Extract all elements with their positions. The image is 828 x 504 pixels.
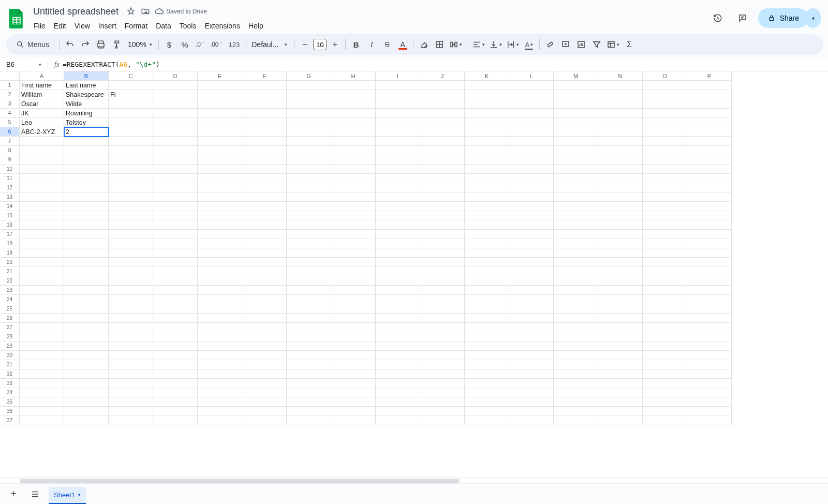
cell[interactable] — [687, 118, 732, 127]
cell[interactable] — [198, 155, 242, 165]
cell[interactable] — [109, 276, 153, 286]
cell[interactable] — [20, 379, 64, 388]
cell[interactable] — [420, 323, 465, 332]
menu-view[interactable]: View — [71, 20, 94, 32]
cell[interactable] — [376, 407, 420, 416]
zoom-dropdown[interactable]: 100%▾ — [125, 37, 155, 52]
menu-file[interactable]: File — [30, 20, 49, 32]
cell[interactable] — [242, 174, 287, 183]
menu-extensions[interactable]: Extensions — [201, 20, 243, 32]
cell[interactable] — [64, 230, 109, 239]
cell[interactable]: Oscar — [20, 99, 64, 109]
cell[interactable] — [198, 118, 242, 127]
row-header[interactable]: 8 — [0, 146, 20, 155]
cell[interactable] — [687, 397, 732, 407]
cell[interactable] — [109, 360, 153, 369]
row-header[interactable]: 9 — [0, 155, 20, 165]
cell[interactable] — [598, 137, 643, 146]
cell[interactable] — [687, 416, 732, 425]
text-wrap-icon[interactable]: ▾ — [505, 37, 521, 52]
cell[interactable] — [64, 258, 109, 267]
cell[interactable] — [554, 239, 598, 248]
cell[interactable]: ABC-2-XYZ — [20, 127, 64, 137]
cell[interactable] — [420, 81, 465, 90]
cell[interactable] — [198, 90, 242, 99]
cell[interactable] — [509, 90, 554, 99]
cell[interactable] — [376, 314, 420, 323]
cell[interactable] — [643, 258, 687, 267]
cell[interactable] — [331, 388, 376, 397]
cell[interactable] — [598, 258, 643, 267]
star-icon[interactable] — [126, 6, 136, 17]
cell[interactable] — [287, 174, 331, 183]
cell[interactable] — [554, 379, 598, 388]
cell[interactable] — [242, 90, 287, 99]
column-header[interactable]: I — [376, 71, 420, 81]
cell[interactable] — [509, 295, 554, 304]
doc-title[interactable]: Untitled spreadsheet — [30, 5, 122, 18]
cell[interactable] — [465, 276, 509, 286]
cell[interactable] — [420, 342, 465, 351]
cell[interactable] — [64, 183, 109, 192]
cell[interactable] — [420, 258, 465, 267]
cell[interactable] — [242, 351, 287, 360]
cell[interactable] — [420, 165, 465, 174]
cell[interactable] — [554, 416, 598, 425]
cell[interactable] — [509, 239, 554, 248]
cell[interactable] — [242, 304, 287, 314]
cell[interactable] — [64, 220, 109, 230]
cell[interactable] — [64, 202, 109, 211]
cell[interactable] — [554, 109, 598, 118]
cell[interactable] — [465, 407, 509, 416]
cell[interactable] — [20, 407, 64, 416]
cell[interactable] — [20, 211, 64, 220]
cell[interactable] — [20, 146, 64, 155]
cell[interactable] — [153, 99, 198, 109]
cell[interactable]: Rownling — [64, 109, 109, 118]
cell[interactable] — [687, 332, 732, 342]
cell[interactable] — [153, 165, 198, 174]
cell[interactable] — [242, 211, 287, 220]
cell[interactable] — [287, 314, 331, 323]
cell[interactable] — [109, 202, 153, 211]
cell[interactable] — [287, 155, 331, 165]
cell[interactable] — [331, 276, 376, 286]
cell[interactable] — [20, 248, 64, 258]
cell[interactable] — [509, 360, 554, 369]
cell[interactable] — [64, 314, 109, 323]
cell[interactable] — [376, 276, 420, 286]
cell[interactable] — [687, 360, 732, 369]
cell[interactable] — [287, 379, 331, 388]
cell[interactable] — [331, 295, 376, 304]
column-header[interactable]: F — [242, 71, 287, 81]
cell[interactable] — [20, 183, 64, 192]
cell[interactable] — [643, 137, 687, 146]
cell[interactable] — [509, 165, 554, 174]
cell[interactable] — [376, 155, 420, 165]
cell[interactable] — [554, 165, 598, 174]
cell[interactable] — [687, 211, 732, 220]
cell[interactable] — [20, 239, 64, 248]
cell[interactable] — [198, 109, 242, 118]
cell[interactable] — [287, 258, 331, 267]
cell[interactable] — [242, 416, 287, 425]
cell[interactable] — [153, 304, 198, 314]
cell[interactable] — [153, 183, 198, 192]
cell[interactable] — [465, 342, 509, 351]
cell[interactable] — [509, 351, 554, 360]
cell[interactable] — [687, 146, 732, 155]
cell[interactable] — [420, 146, 465, 155]
cell[interactable] — [509, 388, 554, 397]
font-size-input[interactable] — [313, 39, 327, 50]
cell[interactable] — [687, 220, 732, 230]
cell[interactable] — [687, 258, 732, 267]
row-header[interactable]: 18 — [0, 239, 20, 248]
cell[interactable] — [420, 369, 465, 379]
cell[interactable] — [376, 109, 420, 118]
filter-icon[interactable] — [589, 37, 604, 52]
cell[interactable] — [242, 99, 287, 109]
cell[interactable] — [376, 90, 420, 99]
cell[interactable] — [465, 286, 509, 295]
cell[interactable] — [242, 276, 287, 286]
cell[interactable] — [109, 81, 153, 90]
